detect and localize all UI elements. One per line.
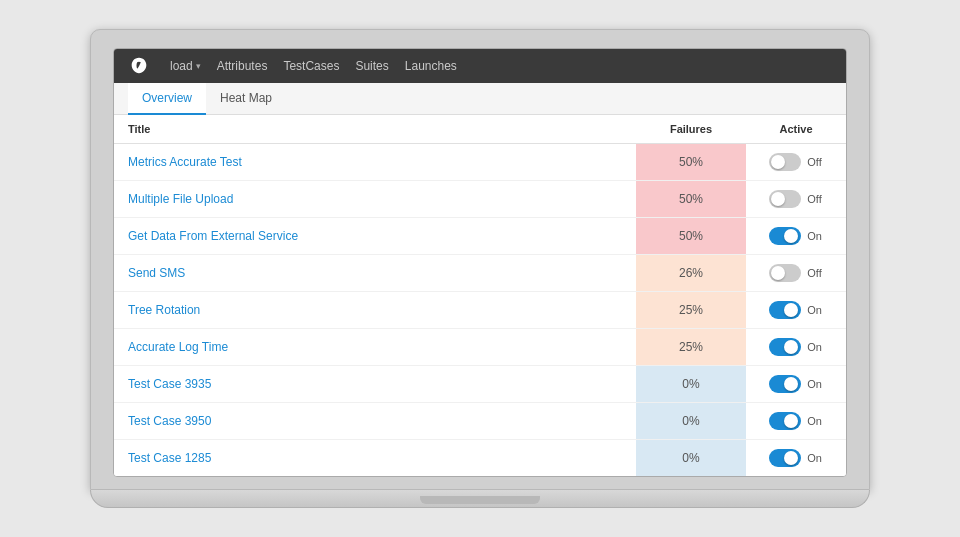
col-active-header: Active [746, 115, 846, 144]
table-cell-failures: 50% [636, 218, 746, 255]
toggle-label: On [806, 415, 824, 427]
table-row: Test Case 39500%On [114, 403, 846, 440]
test-title-link[interactable]: Multiple File Upload [128, 192, 233, 206]
toggle-knob [784, 303, 798, 317]
toggle-wrap: On [760, 227, 832, 245]
table-cell-active: On [746, 366, 846, 403]
test-title-link[interactable]: Test Case 3935 [128, 377, 211, 391]
table-row: Multiple File Upload50%Off [114, 181, 846, 218]
toggle-label: Off [806, 193, 824, 205]
test-title-link[interactable]: Metrics Accurate Test [128, 155, 242, 169]
laptop-base [90, 490, 870, 508]
load-chevron-icon: ▾ [196, 61, 201, 71]
test-title-link[interactable]: Accurate Log Time [128, 340, 228, 354]
nav-load[interactable]: load ▾ [162, 59, 209, 73]
test-title-link[interactable]: Test Case 1285 [128, 451, 211, 465]
table-cell-failures: 50% [636, 144, 746, 181]
col-title-header: Title [114, 115, 636, 144]
table-cell-failures: 25% [636, 329, 746, 366]
toggle-wrap: Off [760, 153, 832, 171]
table-row: Send SMS26%Off [114, 255, 846, 292]
active-toggle[interactable] [769, 338, 801, 356]
table-cell-failures: 50% [636, 181, 746, 218]
toggle-wrap: On [760, 301, 832, 319]
toggle-wrap: On [760, 449, 832, 467]
table-cell-title: Get Data From External Service [114, 218, 636, 255]
results-table: Title Failures Active Metrics Accurate T… [114, 115, 846, 476]
table-cell-active: Off [746, 255, 846, 292]
top-nav: load ▾ Attributes TestCases Suites Launc… [114, 49, 846, 83]
toggle-knob [784, 377, 798, 391]
toggle-wrap: On [760, 375, 832, 393]
table-cell-failures: 26% [636, 255, 746, 292]
table-cell-active: On [746, 403, 846, 440]
test-title-link[interactable]: Send SMS [128, 266, 185, 280]
table-row: Test Case 39350%On [114, 366, 846, 403]
test-title-link[interactable]: Get Data From External Service [128, 229, 298, 243]
table-row: Tree Rotation25%On [114, 292, 846, 329]
active-toggle[interactable] [769, 190, 801, 208]
toggle-label: On [806, 304, 824, 316]
toggle-wrap: Off [760, 264, 832, 282]
screen-bezel: load ▾ Attributes TestCases Suites Launc… [90, 29, 870, 490]
tab-heatmap[interactable]: Heat Map [206, 83, 286, 115]
toggle-knob [784, 340, 798, 354]
toggle-knob [771, 192, 785, 206]
table-cell-failures: 0% [636, 440, 746, 477]
table-cell-active: On [746, 440, 846, 477]
toggle-label: On [806, 452, 824, 464]
laptop-screen: load ▾ Attributes TestCases Suites Launc… [113, 48, 847, 477]
active-toggle[interactable] [769, 301, 801, 319]
table-cell-title: Send SMS [114, 255, 636, 292]
table-cell-failures: 0% [636, 366, 746, 403]
active-toggle[interactable] [769, 375, 801, 393]
toggle-label: On [806, 378, 824, 390]
table-cell-title: Test Case 3935 [114, 366, 636, 403]
nav-attributes[interactable]: Attributes [209, 59, 276, 73]
table-cell-failures: 25% [636, 292, 746, 329]
test-title-link[interactable]: Test Case 3950 [128, 414, 211, 428]
nav-testcases[interactable]: TestCases [275, 59, 347, 73]
table-cell-active: On [746, 218, 846, 255]
toggle-wrap: On [760, 338, 832, 356]
toggle-label: On [806, 341, 824, 353]
table-header-row: Title Failures Active [114, 115, 846, 144]
active-toggle[interactable] [769, 412, 801, 430]
nav-suites[interactable]: Suites [347, 59, 396, 73]
table-cell-title: Test Case 3950 [114, 403, 636, 440]
toggle-wrap: Off [760, 190, 832, 208]
table-cell-failures: 0% [636, 403, 746, 440]
active-toggle[interactable] [769, 227, 801, 245]
table-row: Metrics Accurate Test50%Off [114, 144, 846, 181]
toggle-label: Off [806, 156, 824, 168]
table-cell-title: Test Case 1285 [114, 440, 636, 477]
table-container: Title Failures Active Metrics Accurate T… [114, 115, 846, 476]
table-cell-active: Off [746, 144, 846, 181]
toggle-wrap: On [760, 412, 832, 430]
table-row: Test Case 12850%On [114, 440, 846, 477]
table-cell-active: On [746, 329, 846, 366]
active-toggle[interactable] [769, 153, 801, 171]
active-toggle[interactable] [769, 264, 801, 282]
table-cell-active: On [746, 292, 846, 329]
tab-overview[interactable]: Overview [128, 83, 206, 115]
tabs-bar: Overview Heat Map [114, 83, 846, 115]
table-cell-title: Multiple File Upload [114, 181, 636, 218]
toggle-knob [784, 229, 798, 243]
toggle-label: On [806, 230, 824, 242]
table-row: Get Data From External Service50%On [114, 218, 846, 255]
laptop-wrapper: load ▾ Attributes TestCases Suites Launc… [90, 29, 870, 508]
toggle-knob [771, 266, 785, 280]
app-logo [128, 55, 150, 77]
test-title-link[interactable]: Tree Rotation [128, 303, 200, 317]
table-cell-title: Accurate Log Time [114, 329, 636, 366]
toggle-label: Off [806, 267, 824, 279]
col-failures-header: Failures [636, 115, 746, 144]
table-cell-title: Metrics Accurate Test [114, 144, 636, 181]
toggle-knob [771, 155, 785, 169]
active-toggle[interactable] [769, 449, 801, 467]
table-cell-active: Off [746, 181, 846, 218]
nav-launches[interactable]: Launches [397, 59, 465, 73]
toggle-knob [784, 414, 798, 428]
toggle-knob [784, 451, 798, 465]
